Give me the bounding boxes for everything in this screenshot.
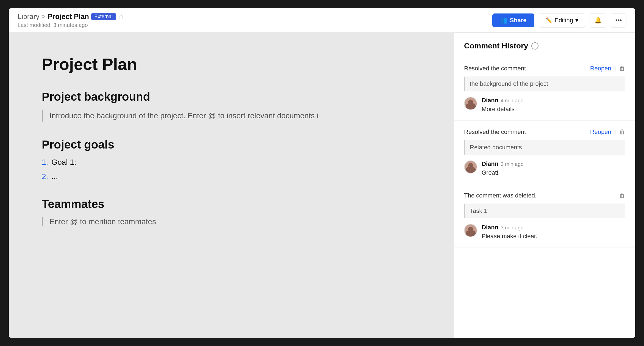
comment-header-2: Resolved the comment Reopen | 🗑 [464, 128, 625, 136]
deleted-comment-section: The comment was deleted. 🗑 Task 1 Diann … [454, 184, 635, 248]
header-right: 👥 Share ✏️ Editing ▾ 🔔 ••• [492, 13, 626, 28]
comment-entry-1: Diann 4 min ago More details [464, 97, 625, 113]
deleted-time: 3 min ago [501, 225, 523, 231]
bell-button[interactable]: 🔔 [590, 13, 606, 28]
share-label: Share [510, 17, 526, 24]
avatar-deleted [464, 224, 477, 237]
edit-icon: ✏️ [546, 17, 553, 24]
comment-status-1: Resolved the comment [464, 65, 526, 72]
avatar-2 [464, 160, 477, 174]
more-button[interactable]: ••• [611, 13, 626, 28]
comment-entry-2: Diann 3 min ago Great! [464, 160, 625, 176]
comment-author-2: Diann [482, 160, 498, 167]
comment-time-2: 3 min ago [501, 161, 523, 167]
document-area: Project Plan Project background Introduc… [9, 33, 454, 338]
section-heading-goals: Project goals [42, 138, 421, 151]
breadcrumb-current: Project Plan [48, 12, 89, 21]
header: Library > Project Plan External ☆ Last m… [9, 8, 635, 33]
trash-icon-1: 🗑 [619, 65, 625, 72]
comment-actions-2: Reopen | 🗑 [590, 128, 625, 136]
deleted-context: Task 1 [464, 204, 625, 218]
goals-list: 1. Goal 1: 2. ... [42, 158, 421, 181]
external-badge: External [91, 13, 116, 20]
reopen-button-1[interactable]: Reopen [590, 65, 611, 72]
avatar-1 [464, 97, 477, 110]
share-icon: 👥 [500, 17, 507, 24]
comment-meta-1: Diann 4 min ago [482, 97, 524, 104]
comment-item-2: Resolved the comment Reopen | 🗑 Related … [454, 121, 635, 184]
comment-text-2: Great! [482, 169, 524, 176]
list-num: 1. [42, 158, 48, 167]
list-text: Goal 1: [51, 158, 76, 167]
section-body-teammates: Enter @ to mention teammates [42, 217, 421, 226]
comment-context-2: Related documents [464, 140, 625, 155]
reopen-button-2[interactable]: Reopen [590, 128, 611, 136]
app-window: Library > Project Plan External ☆ Last m… [9, 8, 635, 338]
more-icon: ••• [615, 17, 622, 24]
document-title: Project Plan [42, 55, 421, 74]
deleted-meta: Diann 3 min ago [482, 224, 537, 231]
breadcrumb: Library > Project Plan External ☆ [18, 12, 124, 21]
deleted-text: Please make it clear. [482, 233, 537, 240]
avatar-face-2 [464, 160, 477, 174]
breadcrumb-library[interactable]: Library [18, 12, 39, 21]
share-button[interactable]: 👥 Share [492, 13, 534, 27]
comment-body-2: Diann 3 min ago Great! [482, 160, 524, 176]
star-icon[interactable]: ☆ [118, 13, 124, 20]
comment-context-1: the background of the project [464, 76, 625, 91]
divider-2: | [615, 129, 616, 135]
comment-item-1: Resolved the comment Reopen | 🗑 the back… [454, 57, 635, 121]
deleted-body: Diann 3 min ago Please make it clear. [482, 224, 537, 240]
comment-panel-title: Comment History [464, 42, 528, 50]
comment-panel-header: Comment History i [454, 33, 635, 57]
delete-button-2[interactable]: 🗑 [619, 128, 625, 136]
comment-body-1: Diann 4 min ago More details [482, 97, 524, 113]
deleted-status: The comment was deleted. [464, 192, 537, 199]
goals-section: Project goals 1. Goal 1: 2. ... [42, 138, 421, 181]
bell-icon: 🔔 [594, 17, 602, 24]
trash-icon-deleted: 🗑 [619, 192, 625, 199]
comment-actions-1: Reopen | 🗑 [590, 65, 625, 72]
avatar-face-deleted [464, 224, 477, 237]
deleted-header: The comment was deleted. 🗑 [464, 192, 625, 199]
breadcrumb-separator: > [41, 13, 45, 20]
comment-header-1: Resolved the comment Reopen | 🗑 [464, 65, 625, 72]
list-item: 1. Goal 1: [42, 158, 421, 167]
section-heading-teammates: Teammates [42, 197, 421, 211]
list-text: ... [51, 172, 58, 181]
comment-text-1: More details [482, 106, 524, 113]
avatar-face-1 [464, 97, 477, 110]
comment-history-panel: Comment History i Resolved the comment R… [454, 33, 635, 338]
list-item: 2. ... [42, 172, 421, 181]
trash-icon-2: 🗑 [619, 128, 625, 135]
comment-status-2: Resolved the comment [464, 128, 526, 136]
delete-button-1[interactable]: 🗑 [619, 65, 625, 72]
info-icon[interactable]: i [531, 42, 538, 50]
chevron-down-icon: ▾ [575, 17, 578, 24]
list-num: 2. [42, 172, 48, 181]
editing-button[interactable]: ✏️ Editing ▾ [539, 13, 585, 28]
header-left: Library > Project Plan External ☆ Last m… [18, 12, 124, 28]
deleted-entry: Diann 3 min ago Please make it clear. [464, 224, 625, 240]
main-area: Project Plan Project background Introduc… [9, 33, 635, 338]
comment-author-1: Diann [482, 97, 498, 104]
section-heading-background: Project background [42, 90, 421, 103]
editing-label: Editing [555, 17, 573, 24]
divider-1: | [615, 65, 616, 72]
section-body-background: Introduce the background of the project.… [42, 110, 421, 122]
comment-time-1: 4 min ago [501, 98, 523, 104]
deleted-author: Diann [482, 224, 498, 231]
delete-button-deleted[interactable]: 🗑 [619, 192, 625, 199]
comment-meta-2: Diann 3 min ago [482, 160, 524, 167]
last-modified: Last modified: 3 minutes ago [18, 22, 124, 28]
